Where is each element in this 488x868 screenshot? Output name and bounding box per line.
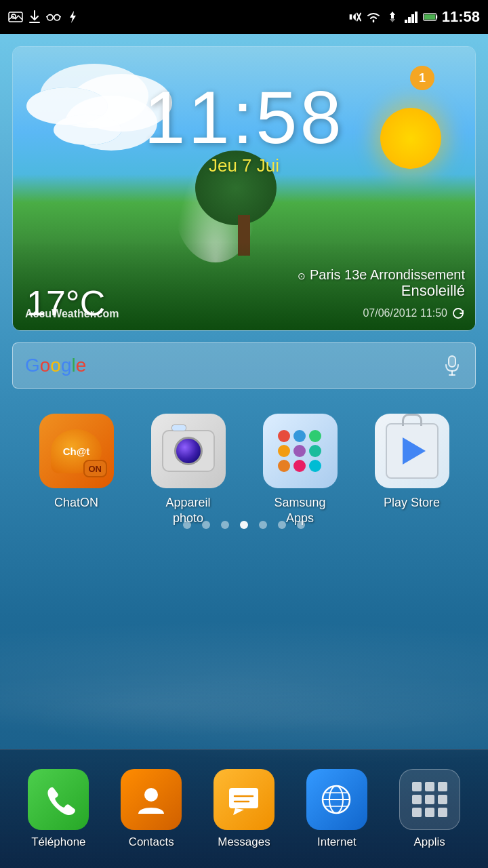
samsung-dot xyxy=(309,460,321,472)
applis-icon xyxy=(399,769,460,830)
signal-icon xyxy=(404,9,419,24)
samsung-dot xyxy=(278,460,290,472)
page-dot-4-active[interactable] xyxy=(240,521,248,529)
widget-clock: 11:58 xyxy=(13,74,475,160)
dock-internet[interactable]: Internet xyxy=(296,769,378,849)
grid-cell-7 xyxy=(412,808,422,817)
samsung-dots xyxy=(278,430,322,472)
page-dot-3[interactable] xyxy=(221,521,229,529)
mute-icon xyxy=(347,9,362,24)
status-icons-left xyxy=(8,9,80,24)
lightning-icon xyxy=(65,9,80,24)
samsung-dot xyxy=(278,430,290,442)
page-indicators xyxy=(0,521,488,529)
page-dot-1[interactable] xyxy=(183,521,191,529)
samsung-dot xyxy=(309,445,321,457)
play-store-label: Play Store xyxy=(384,495,440,511)
internet-label: Internet xyxy=(317,835,357,849)
weather-location: ⊙ Paris 13e Arrondissement xyxy=(298,267,465,283)
svg-point-16 xyxy=(144,788,158,802)
dock-contacts[interactable]: Contacts xyxy=(110,769,192,849)
grid-cell-3 xyxy=(438,782,447,791)
google-search-bar[interactable]: Google xyxy=(12,342,476,389)
status-bar: 11:58 xyxy=(0,0,488,34)
home-screen: 11:58 1 Jeu 7 Jui 17°C ⊙ Paris 13e Arron… xyxy=(0,34,488,868)
chaton-icon: Ch@t ON xyxy=(39,414,114,488)
app-play-store[interactable]: Play Store xyxy=(365,414,460,527)
svg-rect-7 xyxy=(408,17,411,23)
weather-background: 11:58 1 Jeu 7 Jui 17°C ⊙ Paris 13e Arron… xyxy=(13,47,475,330)
app-samsung[interactable]: SamsungApps xyxy=(253,414,348,527)
grid-cell-6 xyxy=(438,795,447,804)
samsung-dot xyxy=(278,445,290,457)
app-chaton[interactable]: Ch@t ON ChatON xyxy=(29,414,124,527)
weather-updated: 07/06/2012 11:50 xyxy=(363,307,465,320)
svg-rect-6 xyxy=(405,20,407,23)
phone-icon xyxy=(28,769,89,830)
svg-point-2 xyxy=(47,15,53,20)
app-camera[interactable]: Appareilphoto xyxy=(141,414,236,527)
voice-search-button[interactable] xyxy=(441,355,463,376)
svg-point-3 xyxy=(54,15,60,20)
grid-cell-1 xyxy=(412,782,422,791)
camera-icon xyxy=(151,414,226,488)
page-dot-7[interactable] xyxy=(297,521,305,529)
dock: Téléphone Contacts Messages xyxy=(0,749,488,868)
phone-label: Téléphone xyxy=(31,835,85,849)
samsung-apps-icon xyxy=(263,414,338,488)
svg-rect-12 xyxy=(424,14,435,20)
internet-icon xyxy=(306,769,367,830)
samsung-dot xyxy=(293,445,306,457)
contacts-icon xyxy=(121,769,182,830)
apps-row: Ch@t ON ChatON Appareilphoto xyxy=(0,414,488,527)
notification-badge: 1 xyxy=(410,66,434,90)
svg-rect-17 xyxy=(229,788,258,808)
app-grid xyxy=(412,782,447,817)
dock-applis[interactable]: Applis xyxy=(389,769,470,849)
battery-icon xyxy=(423,9,438,24)
accuweather-brand: AccuWeather.com xyxy=(25,308,119,320)
grid-cell-9 xyxy=(438,808,447,817)
weather-condition: Ensoleillé xyxy=(401,282,465,300)
google-logo: Google xyxy=(25,355,86,376)
applis-label: Applis xyxy=(413,835,445,849)
page-dot-5[interactable] xyxy=(259,521,267,529)
dock-messages[interactable]: Messages xyxy=(203,769,285,849)
weather-widget[interactable]: 11:58 1 Jeu 7 Jui 17°C ⊙ Paris 13e Arron… xyxy=(12,46,476,331)
data-transfer-icon xyxy=(385,9,400,24)
svg-rect-13 xyxy=(449,356,455,367)
wifi-icon xyxy=(366,9,381,24)
widget-date: Jeu 7 Jui xyxy=(13,155,475,176)
svg-rect-9 xyxy=(415,12,418,23)
grid-cell-5 xyxy=(425,795,434,804)
messages-icon xyxy=(214,769,274,830)
page-dot-6[interactable] xyxy=(278,521,286,529)
picture-icon xyxy=(8,9,23,24)
glasses-icon xyxy=(46,9,61,24)
svg-rect-8 xyxy=(411,14,414,23)
svg-rect-11 xyxy=(436,15,437,18)
grid-cell-4 xyxy=(412,795,422,804)
status-icons-right: 11:58 xyxy=(347,8,480,26)
samsung-dot xyxy=(293,460,306,472)
messages-label: Messages xyxy=(218,835,270,849)
chaton-label: ChatON xyxy=(54,495,98,511)
grid-cell-8 xyxy=(425,808,434,817)
samsung-dot xyxy=(293,430,306,442)
grid-cell-2 xyxy=(425,782,434,791)
samsung-dot xyxy=(309,430,321,442)
download-icon xyxy=(27,9,42,24)
dock-phone[interactable]: Téléphone xyxy=(18,769,99,849)
status-time: 11:58 xyxy=(442,8,480,26)
contacts-label: Contacts xyxy=(129,835,174,849)
play-store-icon xyxy=(375,414,449,488)
page-dot-2[interactable] xyxy=(202,521,210,529)
